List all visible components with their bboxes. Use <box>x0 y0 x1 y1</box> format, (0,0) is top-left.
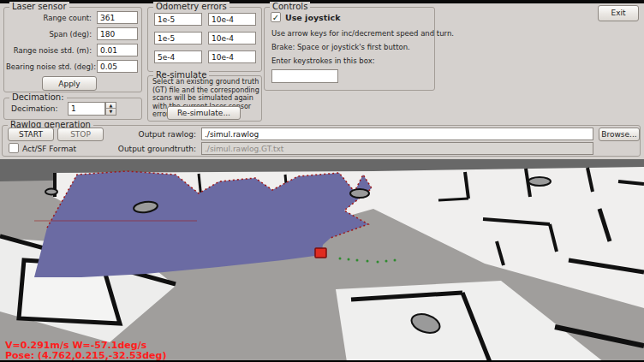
controls-brake-text: Brake: Space or joystick's first button. <box>271 43 410 51</box>
decimation-input[interactable] <box>68 102 105 116</box>
odometry-error-input-5[interactable] <box>154 50 202 63</box>
decimation-spinner-down[interactable]: ▼ <box>106 109 116 115</box>
odometry-errors-title: Odometry errors <box>153 2 230 11</box>
range-count-input[interactable] <box>97 11 138 24</box>
decimation-spinner-up[interactable]: ▲ <box>106 103 116 109</box>
range-noise-input[interactable] <box>97 44 138 56</box>
laser-sensor-group: Laser sensor Range count: Span (deg): Ra… <box>3 7 142 92</box>
act-sf-label: Act/SF Format <box>22 145 76 153</box>
controls-title: Controls <box>270 2 310 11</box>
decimation-spinner[interactable]: ▲ ▼ <box>105 102 116 116</box>
output-rawlog-input[interactable] <box>201 128 593 140</box>
output-rawlog-label: Output rawlog: <box>121 130 196 139</box>
span-label: Span (deg): <box>6 30 92 39</box>
hud-pose-text: Pose: (4.762,0.215,-32.53deg) <box>5 350 166 361</box>
bearing-noise-label: Bearing noise std. (deg): <box>6 62 92 71</box>
controls-keystrokes-text: Enter keystrokes in this box: <box>271 56 375 65</box>
browse-button[interactable]: Browse... <box>599 128 640 141</box>
decimation-label: Decimation: <box>11 104 57 113</box>
controls-arrow-keys-text: Use arrow keys for inc/decrement speed a… <box>271 29 454 38</box>
resimulate-button[interactable]: Re-simulate... <box>167 106 241 120</box>
laser-sensor-title: Laser sensor <box>9 2 69 11</box>
output-groundtruth-label: Output groundtruth: <box>112 145 196 153</box>
odometry-error-input-6[interactable] <box>208 50 256 63</box>
simulation-viewport[interactable]: V=0.291m/s W=-57.1deg/s Pose: (4.762,0.2… <box>0 159 644 362</box>
decimation-group-title: Decimation: <box>9 92 67 102</box>
decimation-group: Decimation: Decimation: ▲ ▼ <box>3 98 142 120</box>
controls-group: Controls ✓ Use joystick Use arrow keys f… <box>264 7 435 91</box>
act-sf-checkbox[interactable] <box>9 143 19 153</box>
exit-button[interactable]: Exit <box>598 5 639 21</box>
use-joystick-checkbox[interactable]: ✓ <box>271 12 281 22</box>
span-input[interactable] <box>97 27 138 40</box>
bearing-noise-input[interactable] <box>97 60 138 73</box>
odometry-error-input-4[interactable] <box>208 32 256 45</box>
odometry-error-input-1[interactable] <box>154 13 202 26</box>
odometry-errors-group: Odometry errors <box>147 7 262 72</box>
use-joystick-label: Use joystick <box>285 13 341 22</box>
start-button[interactable]: START <box>8 128 54 141</box>
keystrokes-input[interactable] <box>271 69 338 83</box>
map-3d-canvas[interactable]: V=0.291m/s W=-57.1deg/s Pose: (4.762,0.2… <box>0 159 644 362</box>
output-groundtruth-input <box>201 142 593 155</box>
range-noise-label: Range noise std. (m): <box>6 46 92 55</box>
odometry-error-input-3[interactable] <box>154 32 202 45</box>
resimulate-group: Re-simulate Select an existing ground tr… <box>147 75 262 122</box>
stop-button[interactable]: STOP <box>57 128 104 141</box>
range-count-label: Range count: <box>6 14 92 22</box>
control-panel: Laser sensor Range count: Span (deg): Ra… <box>0 3 644 159</box>
odometry-error-input-2[interactable] <box>208 13 256 26</box>
robot-marker <box>315 248 326 258</box>
rawlog-generation-group: Rawlog generation START STOP Output rawl… <box>2 125 641 157</box>
apply-button[interactable]: Apply <box>42 76 97 91</box>
